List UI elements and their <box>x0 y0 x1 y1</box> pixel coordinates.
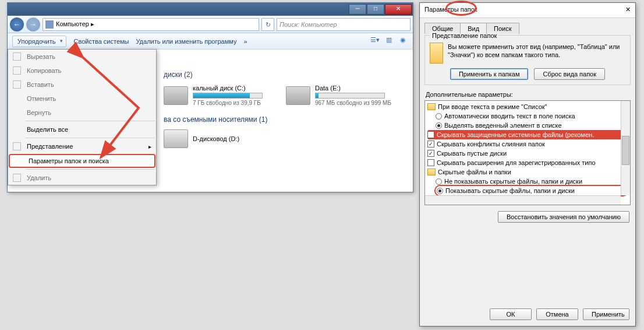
menu-paste[interactable]: Вставить <box>8 78 156 92</box>
folder-options-dialog: Параметры папок ✕ Общие Вид Поиск Предст… <box>419 2 636 327</box>
menu-delete[interactable]: Удалить <box>8 171 156 185</box>
titlebar: ─ □ ✕ <box>8 3 413 16</box>
menu-cut[interactable]: Вырезать <box>8 50 156 64</box>
folder-icon <box>427 168 436 175</box>
drive-c-status: 7 ГБ свободно из 39,9 ГБ <box>193 100 263 106</box>
advanced-label: Дополнительные параметры: <box>426 91 629 98</box>
drive-e-status: 967 МБ свободно из 999 МБ <box>315 100 391 106</box>
radio-icon[interactable] <box>436 122 442 129</box>
menu-layout[interactable]: Представление <box>8 139 156 153</box>
drive-icon <box>286 86 310 105</box>
menu-undo[interactable]: Отменить <box>8 92 156 106</box>
radio-icon[interactable] <box>436 113 442 120</box>
layout-icon <box>13 142 21 150</box>
folder-icon <box>427 103 436 110</box>
drive-e-label: Data (E:) <box>315 85 391 92</box>
organize-menu: Вырезать Копировать Вставить Отменить Ве… <box>8 49 157 185</box>
tree-opt-hide-ext[interactable]: Скрывать расширения для зарегистрированн… <box>437 159 596 166</box>
menu-redo[interactable]: Вернуть <box>8 106 156 120</box>
organize-menu-button[interactable]: Упорядочить <box>12 36 66 47</box>
uninstall-program-button[interactable]: Удалить или изменить программу <box>136 38 236 45</box>
tree-group-input-mode: При вводе текста в режиме "Список" <box>438 103 547 110</box>
nav-bar: ← → Компьютер ▸ ↻ Поиск: Компьютер <box>8 16 413 33</box>
reset-folders-button[interactable]: Сброс вида папок <box>534 68 605 80</box>
copy-icon <box>13 66 21 75</box>
close-button[interactable]: ✕ <box>385 4 412 15</box>
explorer-window: ─ □ ✕ ← → Компьютер ▸ ↻ Поиск: Компьютер… <box>7 2 413 192</box>
dialog-titlebar: Параметры папок ✕ <box>420 3 635 18</box>
system-properties-button[interactable]: Свойства системы <box>73 38 129 45</box>
search-input[interactable]: Поиск: Компьютер <box>277 18 411 31</box>
dialog-title: Параметры папок <box>424 6 477 15</box>
folder-views-text: Вы можете применить этот вид (например, … <box>448 43 625 64</box>
menu-select-all[interactable]: Выделить все <box>8 122 156 136</box>
vertical-scrollbar[interactable] <box>621 101 630 195</box>
menu-copy[interactable]: Копировать <box>8 64 156 78</box>
tree-opt-select-typed[interactable]: Выделять введенный элемент в списке <box>444 122 562 129</box>
apply-button[interactable]: Применить <box>583 308 629 320</box>
cut-icon <box>13 52 21 61</box>
tab-view[interactable]: Вид <box>460 23 487 34</box>
advanced-settings-tree[interactable]: При вводе текста в режиме "Список" Автом… <box>424 100 631 205</box>
checkbox-icon[interactable]: ✓ <box>427 141 434 148</box>
tree-opt-hide-empty[interactable]: Скрывать пустые диски <box>437 150 507 157</box>
tree-opt-hide-system-files[interactable]: Скрывать защищенные системные файлы (рек… <box>437 131 594 138</box>
drive-icon <box>164 86 188 105</box>
radio-icon[interactable] <box>437 188 443 194</box>
maximize-button[interactable]: □ <box>367 4 384 15</box>
dvd-drive[interactable]: D-дисковод (D:) <box>164 129 404 148</box>
content-pane: диски (2) кальный диск (C:) 7 ГБ свободн… <box>157 66 411 189</box>
view-toggle-icon[interactable]: ☰▾ <box>370 36 380 47</box>
checkbox-icon[interactable] <box>427 159 434 166</box>
menu-folder-options[interactable]: Параметры папок и поиска <box>9 154 155 168</box>
horizontal-scrollbar[interactable] <box>425 195 621 205</box>
ok-button[interactable]: ОК <box>490 308 532 320</box>
dvd-icon <box>164 129 188 148</box>
tree-opt-show-hidden[interactable]: Показывать скрытые файлы, папки и диски <box>445 187 575 194</box>
restore-defaults-button[interactable]: Восстановить значения по умолчанию <box>498 211 629 223</box>
checkbox-icon[interactable]: ✓ <box>427 150 434 157</box>
scroll-thumb[interactable] <box>622 136 629 165</box>
checkbox-icon[interactable] <box>427 131 434 138</box>
drive-c[interactable]: кальный диск (C:) 7 ГБ свободно из 39,9 … <box>164 85 263 106</box>
help-icon[interactable]: ◉ <box>398 36 408 47</box>
apply-to-folders-button[interactable]: Применить к папкам <box>450 68 529 80</box>
drive-c-label: кальный диск (C:) <box>193 85 263 92</box>
hard-disks-header: диски (2) <box>164 71 404 79</box>
radio-icon[interactable] <box>436 178 442 185</box>
breadcrumb[interactable]: Компьютер ▸ <box>56 20 94 28</box>
minimize-button[interactable]: ─ <box>349 4 366 15</box>
address-bar[interactable]: Компьютер ▸ <box>43 18 259 31</box>
drive-e[interactable]: Data (E:) 967 МБ свободно из 999 МБ <box>286 85 391 106</box>
tree-opt-hide-merge[interactable]: Скрывать конфликты слияния папок <box>437 141 545 148</box>
removable-header: ва со съемными носителями (1) <box>164 115 404 124</box>
forward-button[interactable]: → <box>26 17 40 31</box>
delete-icon <box>13 174 21 182</box>
tab-strip: Общие Вид Поиск <box>424 18 635 34</box>
tree-group-hidden: Скрытые файлы и папки <box>438 168 511 175</box>
preview-pane-icon[interactable]: ▥ <box>384 36 394 47</box>
folder-icon <box>430 43 443 64</box>
cancel-button[interactable]: Отмена <box>536 308 578 320</box>
command-bar: Упорядочить Свойства системы Удалить или… <box>8 33 413 50</box>
back-button[interactable]: ← <box>10 17 24 31</box>
dialog-close-button[interactable]: ✕ <box>625 6 631 15</box>
tree-opt-auto-search[interactable]: Автоматически вводить текст в поле поиск… <box>444 113 575 120</box>
paste-icon <box>13 80 21 89</box>
computer-icon <box>45 20 54 29</box>
refresh-button[interactable]: ↻ <box>261 18 274 31</box>
overflow-button[interactable]: » <box>243 38 247 45</box>
tree-opt-dont-show-hidden[interactable]: Не показывать скрытые файлы, папки и дис… <box>444 178 582 185</box>
dvd-label: D-дисковод (D:) <box>193 135 239 142</box>
folder-views-group: Представление папок Вы можете применить … <box>424 35 631 85</box>
